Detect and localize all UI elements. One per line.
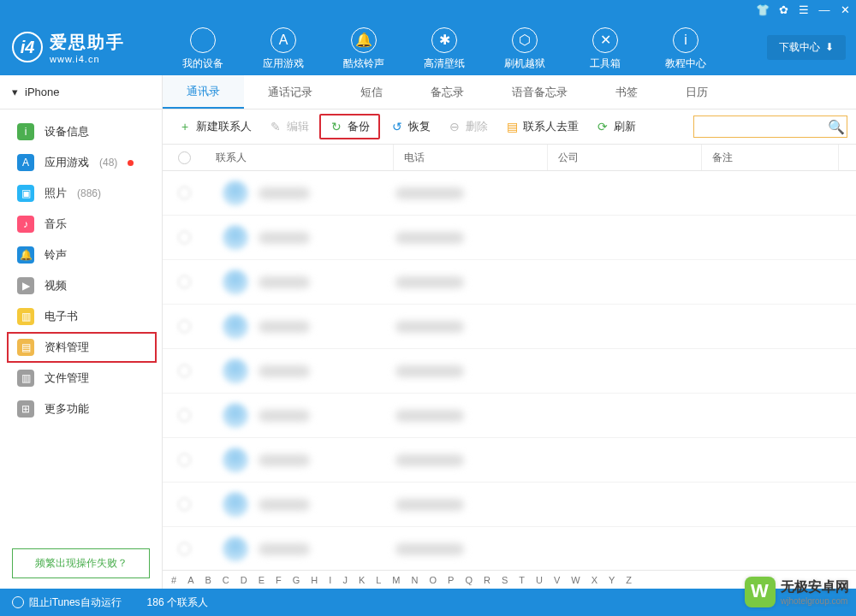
alpha-Z[interactable]: Z xyxy=(626,575,632,585)
alpha-J[interactable]: J xyxy=(342,575,348,585)
contact-count: 186 个联系人 xyxy=(147,595,208,610)
watermark-title: 无极安卓网 xyxy=(781,578,849,596)
alpha-P[interactable]: P xyxy=(448,575,454,585)
column-3[interactable]: 备注 xyxy=(702,145,839,170)
tab-2[interactable]: 短信 xyxy=(336,75,407,109)
sidebar-item-0[interactable]: i设备信息 xyxy=(0,116,162,147)
alpha-F[interactable]: F xyxy=(276,575,282,585)
alpha-G[interactable]: G xyxy=(293,575,300,585)
table-row[interactable] xyxy=(163,349,856,394)
alpha-C[interactable]: C xyxy=(223,575,229,585)
alpha-#[interactable]: # xyxy=(171,575,176,585)
alpha-E[interactable]: E xyxy=(259,575,265,585)
sidebar-item-8[interactable]: ▥文件管理 xyxy=(0,363,162,394)
sidebar-item-1[interactable]: A应用游戏(48) xyxy=(0,147,162,178)
help-link[interactable]: 频繁出现操作失败？ xyxy=(12,548,150,578)
alpha-A[interactable]: A xyxy=(187,575,193,585)
sidebar-item-4[interactable]: 🔔铃声 xyxy=(0,240,162,270)
nav-icon: A xyxy=(270,27,296,53)
header: i4 爱思助手 www.i4.cn 我的设备A应用游戏🔔酷炫铃声✱高清壁纸⬡刷机… xyxy=(0,19,856,75)
alpha-U[interactable]: U xyxy=(536,575,543,585)
column-0[interactable]: 联系人 xyxy=(205,145,394,170)
toolbar-刷新[interactable]: ⟳刷新 xyxy=(589,116,643,138)
table-row[interactable] xyxy=(163,260,856,305)
toolbar-联系人去重[interactable]: ▤联系人去重 xyxy=(498,116,586,138)
search-input[interactable] xyxy=(699,121,828,133)
table-row[interactable] xyxy=(163,394,856,438)
sidebar-label: 音乐 xyxy=(45,216,67,232)
nav-3[interactable]: ✱高清壁纸 xyxy=(404,24,484,71)
search-box[interactable]: 🔍 xyxy=(693,116,847,138)
sidebar-item-2[interactable]: ▣照片(886) xyxy=(0,178,162,209)
tab-1[interactable]: 通话记录 xyxy=(244,75,336,109)
row-checkbox[interactable] xyxy=(178,542,191,555)
tab-6[interactable]: 日历 xyxy=(662,75,732,109)
itunes-block-label[interactable]: 阻止iTunes自动运行 xyxy=(29,595,122,610)
tab-0[interactable]: 通讯录 xyxy=(163,75,244,109)
table-row[interactable] xyxy=(163,305,856,349)
nav-4[interactable]: ⬡刷机越狱 xyxy=(484,24,565,71)
select-all-checkbox[interactable] xyxy=(178,151,191,164)
alpha-I[interactable]: I xyxy=(329,575,331,585)
row-checkbox[interactable] xyxy=(178,498,191,511)
alpha-S[interactable]: S xyxy=(502,575,508,585)
sidebar-item-9[interactable]: ⊞更多功能 xyxy=(0,394,162,424)
table-row[interactable] xyxy=(163,171,856,216)
alpha-H[interactable]: H xyxy=(311,575,318,585)
alpha-L[interactable]: L xyxy=(376,575,381,585)
row-checkbox[interactable] xyxy=(178,320,191,333)
nav-label: 应用游戏 xyxy=(263,56,304,71)
nav-0[interactable]: 我的设备 xyxy=(163,24,243,71)
table-row[interactable] xyxy=(163,527,856,570)
column-2[interactable]: 公司 xyxy=(548,145,702,170)
nav-2[interactable]: 🔔酷炫铃声 xyxy=(324,24,404,71)
nav-5[interactable]: ✕工具箱 xyxy=(565,24,645,71)
tool-icon: ▤ xyxy=(505,120,519,133)
tab-3[interactable]: 备忘录 xyxy=(407,75,488,109)
tab-4[interactable]: 语音备忘录 xyxy=(488,75,591,109)
tab-5[interactable]: 书签 xyxy=(591,75,662,109)
table-row[interactable] xyxy=(163,438,856,483)
table-row[interactable] xyxy=(163,483,856,527)
device-selector[interactable]: ▾ iPhone xyxy=(0,75,162,110)
alpha-M[interactable]: M xyxy=(392,575,400,585)
row-checkbox[interactable] xyxy=(178,409,191,422)
alpha-B[interactable]: B xyxy=(205,575,211,585)
skin-icon[interactable]: 👕 xyxy=(757,3,769,15)
menu-icon[interactable]: ☰ xyxy=(798,3,810,15)
table-row[interactable] xyxy=(163,216,856,260)
row-checkbox[interactable] xyxy=(178,453,191,466)
avatar xyxy=(223,447,248,473)
sidebar-item-6[interactable]: ▥电子书 xyxy=(0,301,162,332)
alpha-W[interactable]: W xyxy=(571,575,580,585)
sidebar-item-7[interactable]: ▤资料管理 xyxy=(7,332,157,363)
search-icon[interactable]: 🔍 xyxy=(828,119,845,135)
alpha-X[interactable]: X xyxy=(591,575,597,585)
sidebar-item-5[interactable]: ▶视频 xyxy=(0,270,162,301)
toolbar-恢复[interactable]: ↺恢复 xyxy=(383,116,437,138)
gear-icon[interactable]: ✿ xyxy=(777,3,789,15)
alpha-Y[interactable]: Y xyxy=(609,575,615,585)
minimize-icon[interactable]: — xyxy=(818,3,830,15)
nav-1[interactable]: A应用游戏 xyxy=(243,24,324,71)
row-checkbox[interactable] xyxy=(178,275,191,288)
alpha-V[interactable]: V xyxy=(554,575,560,585)
row-checkbox[interactable] xyxy=(178,364,191,377)
alpha-K[interactable]: K xyxy=(359,575,365,585)
close-icon[interactable]: ✕ xyxy=(839,3,851,15)
row-checkbox[interactable] xyxy=(178,231,191,244)
alpha-N[interactable]: N xyxy=(412,575,419,585)
sidebar-item-3[interactable]: ♪音乐 xyxy=(0,209,162,240)
alpha-T[interactable]: T xyxy=(519,575,525,585)
download-center-button[interactable]: 下载中心⬇ xyxy=(767,35,846,60)
row-checkbox[interactable] xyxy=(178,187,191,199)
toolbar-新建联系人[interactable]: +新建联系人 xyxy=(171,116,259,138)
toggle-icon[interactable] xyxy=(12,596,24,608)
nav-6[interactable]: i教程中心 xyxy=(645,24,726,71)
alpha-D[interactable]: D xyxy=(241,575,247,585)
toolbar-备份[interactable]: ↻备份 xyxy=(319,114,380,139)
alpha-R[interactable]: R xyxy=(484,575,490,585)
column-1[interactable]: 电话 xyxy=(394,145,548,170)
alpha-Q[interactable]: Q xyxy=(465,575,473,585)
alpha-O[interactable]: O xyxy=(429,575,437,585)
